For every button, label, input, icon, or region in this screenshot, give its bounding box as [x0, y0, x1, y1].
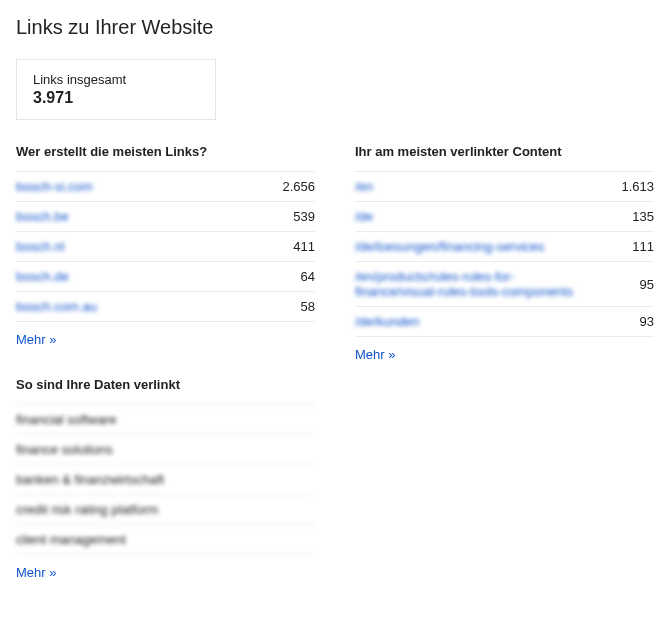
content-path: /de/loesungen/financing-services: [355, 239, 544, 254]
table-row[interactable]: banken & finanzwirtschaft: [16, 464, 315, 494]
table-row[interactable]: credit risk rating platform: [16, 494, 315, 524]
table-row[interactable]: bosch.com.au 58: [16, 291, 315, 322]
top-linkers-section: Wer erstellt die meisten Links? bosch-si…: [16, 144, 315, 347]
linker-count: 58: [301, 299, 315, 314]
table-row[interactable]: /de/kunden 93: [355, 306, 654, 337]
table-row[interactable]: /en/products/rules-rules-for-finance/vis…: [355, 261, 654, 306]
linker-count: 539: [293, 209, 315, 224]
top-content-heading: Ihr am meisten verlinkter Content: [355, 144, 654, 159]
linker-domain: bosch-si.com: [16, 179, 93, 194]
anchor-text-heading: So sind Ihre Daten verlinkt: [16, 377, 315, 392]
content-count: 111: [632, 239, 654, 254]
table-row[interactable]: bosch-si.com 2.656: [16, 171, 315, 201]
table-row[interactable]: bosch.de 64: [16, 261, 315, 291]
table-row[interactable]: finance solutions: [16, 434, 315, 464]
content-count: 93: [640, 314, 654, 329]
more-linkers-link[interactable]: Mehr »: [16, 332, 56, 347]
content-path: /de/kunden: [355, 314, 419, 329]
content-count: 135: [632, 209, 654, 224]
linker-domain: bosch.de: [16, 269, 69, 284]
table-row[interactable]: bosch.nl 411: [16, 231, 315, 261]
linker-count: 64: [301, 269, 315, 284]
table-row[interactable]: bosch.be 539: [16, 201, 315, 231]
anchor-text-section: So sind Ihre Daten verlinkt financial so…: [16, 377, 315, 580]
linker-domain: bosch.be: [16, 209, 69, 224]
linker-domain: bosch.com.au: [16, 299, 97, 314]
table-row[interactable]: /de 135: [355, 201, 654, 231]
content-path: /en: [355, 179, 373, 194]
total-links-box: Links insgesamt 3.971: [16, 59, 216, 120]
content-count: 1.613: [621, 179, 654, 194]
linker-count: 2.656: [282, 179, 315, 194]
content-path: /en/products/rules-rules-for-finance/vis…: [355, 269, 579, 299]
top-content-section: Ihr am meisten verlinkter Content /en 1.…: [355, 144, 654, 362]
total-links-label: Links insgesamt: [33, 72, 199, 87]
top-linkers-heading: Wer erstellt die meisten Links?: [16, 144, 315, 159]
linker-domain: bosch.nl: [16, 239, 64, 254]
linker-count: 411: [293, 239, 315, 254]
table-row[interactable]: client management: [16, 524, 315, 555]
more-content-link[interactable]: Mehr »: [355, 347, 395, 362]
page-title: Links zu Ihrer Website: [16, 16, 654, 39]
table-row[interactable]: financial software: [16, 404, 315, 434]
content-path: /de: [355, 209, 373, 224]
more-anchors-link[interactable]: Mehr »: [16, 565, 56, 580]
total-links-value: 3.971: [33, 89, 199, 107]
table-row[interactable]: /de/loesungen/financing-services 111: [355, 231, 654, 261]
table-row[interactable]: /en 1.613: [355, 171, 654, 201]
content-count: 95: [640, 277, 654, 292]
